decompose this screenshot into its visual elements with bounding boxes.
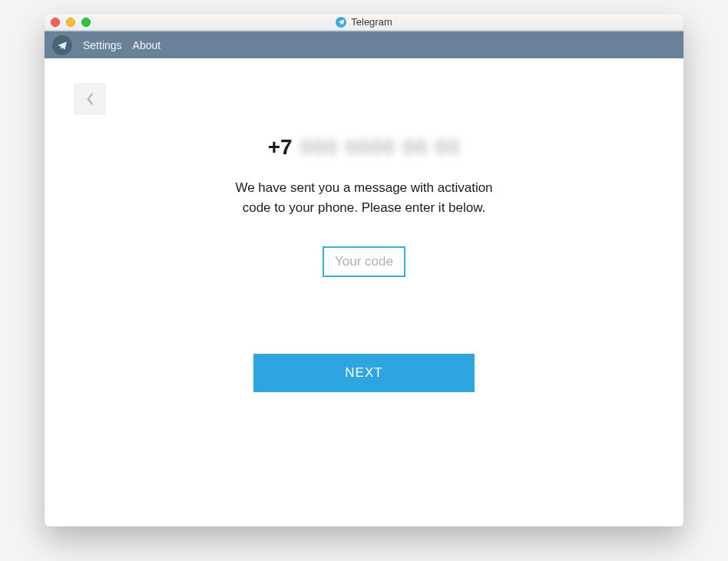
center-stack: +7 000 0000 00 00 We have sent you a mes…	[45, 135, 683, 392]
activation-code-input[interactable]	[323, 246, 405, 277]
instruction-text: We have sent you a message with activati…	[235, 178, 492, 217]
window-title-group: Telegram	[45, 16, 683, 28]
minimize-window-button[interactable]	[66, 18, 75, 27]
phone-prefix: +7	[268, 135, 293, 160]
phone-number-masked: 000 0000 00 00	[300, 135, 461, 160]
instruction-line-2: code to your phone. Please enter it belo…	[243, 200, 486, 215]
mac-titlebar: Telegram	[45, 14, 683, 31]
activation-code-panel: +7 000 0000 00 00 We have sent you a mes…	[45, 58, 683, 526]
window-title: Telegram	[351, 16, 392, 28]
close-window-button[interactable]	[51, 18, 60, 27]
zoom-window-button[interactable]	[81, 18, 91, 27]
telegram-icon	[336, 17, 346, 28]
app-window: Telegram Settings About +7 000 0000 00 0…	[45, 14, 683, 526]
app-root: Settings About +7 000 0000 00 00 We have…	[45, 31, 683, 526]
menu-about[interactable]: About	[133, 39, 161, 51]
traffic-lights	[51, 18, 91, 27]
chevron-left-icon	[86, 92, 94, 106]
menu-settings[interactable]: Settings	[83, 39, 122, 51]
next-button[interactable]: NEXT	[253, 354, 475, 392]
phone-number-display: +7 000 0000 00 00	[268, 135, 461, 160]
app-menu-icon[interactable]	[52, 35, 72, 55]
instruction-line-1: We have sent you a message with activati…	[235, 180, 492, 195]
back-button[interactable]	[74, 83, 106, 115]
app-menubar: Settings About	[45, 31, 683, 58]
